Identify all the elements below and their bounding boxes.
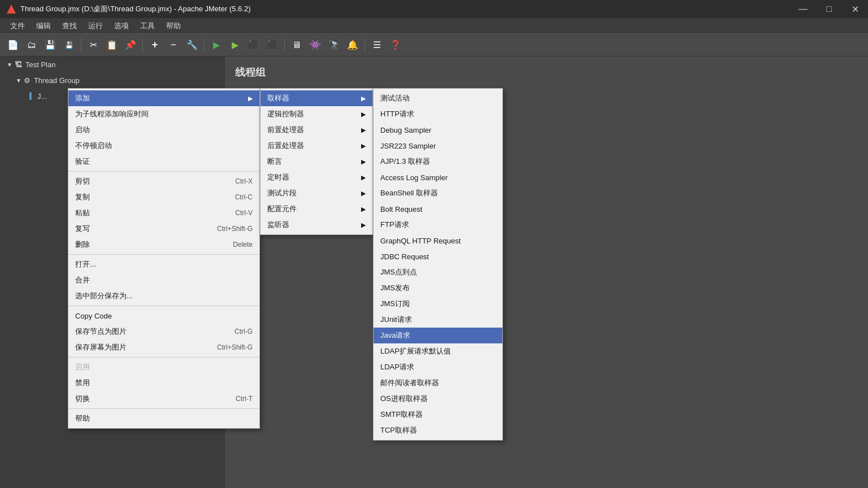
ctx-delete-shortcut: Delete [233, 241, 253, 249]
submenu-arrow-listener: ▶ [361, 221, 366, 229]
ctx3-java-request[interactable]: Java请求 [374, 328, 502, 343]
ctx3-jsr223-sampler[interactable]: JSR223 Sampler [374, 138, 502, 154]
cut-button[interactable]: ✂ [85, 37, 102, 54]
ctx3-jms-p2p[interactable]: JMS点到点 [374, 264, 502, 280]
menu-run[interactable]: 运行 [83, 19, 108, 33]
menubar: 文件 编辑 查找 运行 选项 工具 帮助 [0, 18, 868, 34]
paste-button[interactable]: 📌 [122, 37, 139, 54]
ctx3-access-log-sampler[interactable]: Access Log Sampler [374, 169, 502, 185]
ctx-cut[interactable]: 剪切 Ctrl-X [68, 173, 259, 189]
ctx-add[interactable]: 添加 ▶ [68, 90, 259, 106]
ctx2-test-fragment[interactable]: 测试片段 ▶ [261, 185, 372, 201]
ctx2-post-processor[interactable]: 后置处理器 ▶ [261, 138, 372, 154]
ctx-save-node-shortcut: Ctrl-G [235, 328, 253, 336]
scheduler-row: 调度器 [235, 240, 859, 250]
save-button[interactable]: 💾 [42, 37, 59, 54]
help-toolbar-button[interactable]: ❓ [387, 37, 404, 54]
ctx3-os-process[interactable]: OS进程取样器 [374, 391, 502, 407]
ctx3-mail-reader[interactable]: 邮件阅读者取样器 [374, 375, 502, 391]
play-button[interactable]: ▶ [208, 37, 225, 54]
ctx3-tcp-sampler-label: TCP取样器 [380, 425, 417, 435]
remove-button[interactable]: − [165, 37, 182, 54]
ctx3-jdbc-request[interactable]: JDBC Request [374, 249, 502, 264]
menu-options[interactable]: 选项 [108, 19, 134, 33]
ctx3-ldap-request[interactable]: LDAP请求 [374, 359, 502, 375]
ctx-merge[interactable]: 合并 [68, 272, 259, 288]
ctx2-timer[interactable]: 定时器 ▶ [261, 169, 372, 185]
list-button[interactable]: ☰ [368, 37, 385, 54]
ctx-merge-label: 合并 [75, 275, 90, 285]
ctx2-sampler[interactable]: 取样器 ▶ [261, 90, 372, 106]
ctx3-ajp-sampler[interactable]: AJP/1.3 取样器 [374, 154, 502, 169]
maximize-button[interactable]: □ [816, 0, 842, 18]
ctx-save-selection[interactable]: 选中部分保存为... [68, 288, 259, 304]
ctx2-assertion[interactable]: 断言 ▶ [261, 154, 372, 169]
ctx3-junit-request[interactable]: JUnit请求 [374, 312, 502, 328]
bell-button[interactable]: 🔔 [344, 37, 361, 54]
ctx-add-response-time[interactable]: 为子线程添加响应时间 [68, 106, 259, 122]
ctx-save-screen-img[interactable]: 保存屏幕为图片 Ctrl+Shift-G [68, 339, 259, 355]
ctx-validate[interactable]: 验证 [68, 154, 259, 169]
ctx-start-nopause[interactable]: 不停顿启动 [68, 138, 259, 154]
ctx-save-node-img[interactable]: 保存节点为图片 Ctrl-G [68, 324, 259, 339]
ctx3-mail-reader-label: 邮件阅读者取样器 [380, 378, 439, 388]
ctx2-config-element[interactable]: 配置元件 ▶ [261, 201, 372, 217]
close-button[interactable]: ✕ [842, 0, 868, 18]
ctx-copy-shortcut: Ctrl-C [235, 193, 253, 201]
save-as-button[interactable]: 💾 [60, 37, 77, 54]
add-button[interactable]: + [146, 37, 163, 54]
ctx3-jms-subscribe[interactable]: JMS订阅 [374, 296, 502, 312]
ctx3-smtp-sampler[interactable]: SMTP取样器 [374, 407, 502, 422]
ctx3-http-request[interactable]: HTTP请求 [374, 106, 502, 122]
menu-file[interactable]: 文件 [5, 19, 31, 33]
menu-edit[interactable]: 编辑 [31, 19, 57, 33]
ctx3-jms-publish[interactable]: JMS发布 [374, 280, 502, 296]
ctx-duplicate[interactable]: 复写 Ctrl+Shift-G [68, 221, 259, 237]
ctx-copy[interactable]: 复制 Ctrl-C [68, 189, 259, 205]
menu-tools[interactable]: 工具 [134, 19, 160, 33]
new-button[interactable]: 📄 [5, 37, 21, 54]
stop-button[interactable]: ⬛ [245, 37, 262, 54]
ctx-paste[interactable]: 粘贴 Ctrl-V [68, 205, 259, 221]
ctx3-beanshell-sampler[interactable]: BeanShell 取样器 [374, 185, 502, 201]
threadgroup-label: Thread Group [34, 76, 80, 85]
ctx-sep-4 [68, 357, 259, 358]
monster-button[interactable]: 👾 [307, 37, 324, 54]
ctx-delete[interactable]: 删除 Delete [68, 237, 259, 252]
ctx3-graphql-request[interactable]: GraphQL HTTP Request [374, 233, 502, 249]
ctx-validate-label: 验证 [75, 156, 90, 167]
ctx2-listener[interactable]: 监听器 ▶ [261, 217, 372, 233]
ctx3-tcp-sampler[interactable]: TCP取样器 [374, 422, 502, 438]
ctx-enable-label: 启用 [75, 362, 90, 372]
testplan-label: Test Plan [25, 60, 55, 69]
menu-find[interactable]: 查找 [57, 19, 83, 33]
tree-item-testplan[interactable]: ▼ 🏗 Test Plan [0, 56, 225, 72]
binoculars-button[interactable]: 🔭 [326, 37, 342, 54]
ctx3-ftp-request[interactable]: FTP请求 [374, 217, 502, 233]
open-button[interactable]: 🗂 [23, 37, 40, 54]
ctx-help[interactable]: 帮助 [68, 411, 259, 426]
ctx3-junit-request-label: JUnit请求 [380, 315, 412, 325]
wrench-button[interactable]: 🔧 [184, 37, 201, 54]
ctx-copy-code[interactable]: Copy Code [68, 308, 259, 324]
tree-item-threadgroup[interactable]: ▼ ⚙ Thread Group [0, 72, 225, 88]
menu-help[interactable]: 帮助 [160, 19, 186, 33]
ctx2-logic-controller[interactable]: 逻辑控制器 ▶ [261, 106, 372, 122]
ctx2-pre-processor[interactable]: 前置处理器 ▶ [261, 122, 372, 138]
play-no-pause-button[interactable]: ▶ [227, 37, 244, 54]
ctx-start[interactable]: 启动 [68, 122, 259, 138]
testplan-icon: 🏗 [15, 60, 22, 69]
copy-button[interactable]: 📋 [103, 37, 120, 54]
ctx-open[interactable]: 打开... [68, 256, 259, 272]
ctx3-smtp-sampler-label: SMTP取样器 [380, 409, 423, 420]
ctx3-debug-sampler[interactable]: Debug Sampler [374, 122, 502, 138]
ctx3-test-action[interactable]: 测试活动 [374, 90, 502, 106]
ctx-disable[interactable]: 禁用 [68, 375, 259, 391]
minimize-button[interactable]: — [790, 0, 816, 18]
ctx3-bolt-request[interactable]: Bolt Request [374, 201, 502, 217]
ctx3-ldap-ext-request[interactable]: LDAP扩展请求默认值 [374, 343, 502, 359]
remote-button[interactable]: 🖥 [288, 37, 305, 54]
ctx-toggle[interactable]: 切换 Ctrl-T [68, 391, 259, 407]
submenu-arrow-pre: ▶ [361, 127, 366, 134]
stop-gray-button[interactable]: ⬛ [264, 37, 281, 54]
